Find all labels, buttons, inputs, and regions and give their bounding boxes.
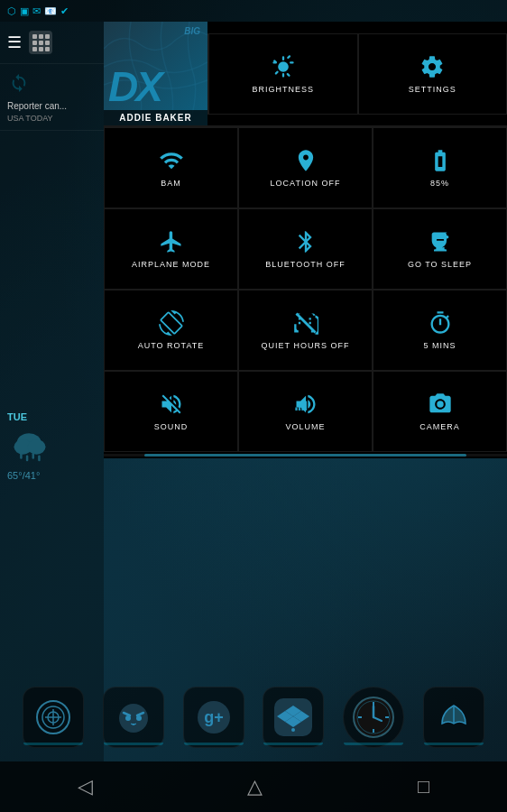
wifi-icon: [159, 148, 184, 173]
app-header: ☰: [0, 22, 104, 64]
grid-menu-button[interactable]: [29, 31, 52, 54]
navigation-bar: ◁ △ □: [0, 761, 507, 812]
dock-item-2-label: [104, 743, 163, 745]
bluetooth-icon: [293, 229, 318, 254]
svg-point-2: [28, 439, 46, 455]
sleep-label: GO TO SLEEP: [408, 260, 472, 269]
dock-item-6[interactable]: [423, 687, 484, 748]
svg-rect-6: [38, 456, 41, 462]
image-status-icon: ▣: [20, 5, 29, 17]
day-label: TUE: [7, 411, 27, 422]
bam-button[interactable]: BAM: [104, 127, 238, 208]
brightness-button[interactable]: BRIGHTNESS: [208, 33, 358, 115]
weather-widget: TUE 65°/41°: [0, 131, 104, 761]
quick-settings-panel: BIG DX ADDIE BAKER BRIGHTNESS SETTINGS: [104, 22, 507, 458]
svg-rect-8: [295, 408, 297, 411]
brightness-icon: [271, 54, 296, 79]
svg-rect-4: [26, 456, 29, 462]
camera-button[interactable]: CAMERA: [373, 371, 507, 452]
dock-item-5-label: [344, 743, 403, 745]
camera-icon: [428, 392, 453, 417]
svg-point-15: [119, 704, 148, 733]
svg-text:g+: g+: [204, 708, 224, 726]
avatar-label-bar: ADDIE BAKER: [104, 110, 207, 125]
airplane-mode-button[interactable]: AIRPLANE MODE: [104, 208, 238, 290]
news-widget: Reporter can... USA TODAY: [0, 93, 104, 131]
dock-item-4[interactable]: [263, 687, 324, 748]
svg-point-17: [136, 715, 142, 721]
dropbox-status-icon: ⬡: [7, 5, 16, 17]
svg-rect-11: [304, 401, 306, 411]
scroll-indicator: [104, 454, 507, 457]
bluetooth-button[interactable]: BLUETOOTH OFF: [238, 208, 373, 290]
timer-label: 5 MINS: [423, 341, 456, 350]
location-label: LOCATION OFF: [271, 179, 341, 188]
bam-label: BAM: [161, 179, 181, 188]
angry-icon: [115, 698, 152, 736]
battery-button[interactable]: 85%: [373, 127, 507, 208]
email-status-icon: 📧: [44, 5, 57, 17]
back-button[interactable]: ◁: [60, 768, 111, 806]
volume-button[interactable]: VOLUME: [238, 371, 373, 452]
svg-point-16: [125, 715, 131, 721]
refresh-icon: [9, 73, 29, 93]
home-button[interactable]: △: [229, 768, 281, 806]
sound-icon: [159, 392, 184, 417]
quiet-hours-button[interactable]: QUIET HOURS OFF: [238, 290, 373, 371]
battery-icon: [428, 148, 453, 173]
gmail-status-icon: ✉: [32, 5, 41, 17]
settings-label: SETTINGS: [409, 85, 456, 94]
dock-item-5[interactable]: [343, 687, 404, 748]
mupen-icon: [34, 698, 72, 736]
svg-point-21: [291, 728, 295, 732]
dock-row: g+: [0, 677, 507, 758]
dock-item-2[interactable]: [103, 687, 164, 748]
quiet-hours-label: QUIET HOURS OFF: [262, 341, 350, 350]
recents-button[interactable]: □: [400, 768, 447, 806]
location-button[interactable]: LOCATION OFF: [238, 127, 373, 208]
location-icon: [293, 148, 318, 173]
sleep-icon: [428, 229, 453, 254]
volume-icon: [293, 392, 318, 417]
news-headline: Reporter can...: [7, 100, 97, 112]
volume-label: VOLUME: [285, 422, 325, 431]
svg-rect-10: [301, 403, 303, 411]
svg-rect-3: [20, 453, 22, 459]
airplane-icon: [159, 229, 184, 254]
airplane-label: AIRPLANE MODE: [132, 260, 210, 269]
dock-item-4-label: [263, 743, 323, 745]
qs-grid: BAM LOCATION OFF 85% AIRPLANE MODE: [104, 126, 507, 452]
camera-label: CAMERA: [419, 422, 460, 431]
dock-item-3[interactable]: g+: [183, 687, 244, 748]
news-source: USA TODAY: [7, 114, 97, 123]
book-icon: [435, 698, 473, 736]
auto-rotate-label: AUTO ROTATE: [138, 341, 205, 350]
hamburger-menu-icon[interactable]: ☰: [7, 32, 22, 52]
rotate-icon: [159, 310, 184, 336]
dock-item-1-label: [23, 743, 83, 745]
weather-cloud-icon: [7, 426, 57, 466]
dock-item-6-label: [424, 743, 484, 745]
sound-label: SOUND: [154, 422, 189, 431]
user-header: BIG DX ADDIE BAKER BRIGHTNESS SETTINGS: [104, 22, 507, 126]
timer-button[interactable]: 5 MINS: [373, 290, 507, 371]
sound-button[interactable]: SOUND: [104, 371, 238, 452]
grid-dots-icon: [32, 34, 50, 51]
timer-icon: [428, 310, 453, 336]
auto-rotate-button[interactable]: AUTO ROTATE: [104, 290, 238, 371]
svg-rect-9: [298, 405, 300, 411]
svg-rect-5: [32, 453, 35, 459]
battery-label: 85%: [430, 179, 449, 188]
dock-item-1[interactable]: [23, 687, 84, 748]
user-avatar: BIG DX ADDIE BAKER: [104, 22, 207, 125]
bluetooth-label: BLUETOOTH OFF: [265, 260, 345, 269]
user-name: ADDIE BAKER: [109, 113, 202, 123]
temperature-label: 65°/41°: [7, 470, 40, 481]
shield-status-icon: ✔: [60, 5, 69, 17]
dock-item-3-label: [184, 743, 244, 745]
sleep-button[interactable]: GO TO SLEEP: [373, 208, 507, 290]
left-panel: ☰ Reporter can... USA TODAY TUE: [0, 22, 104, 761]
brightness-label: BRIGHTNESS: [252, 85, 314, 94]
clock-icon: [352, 696, 395, 739]
settings-button[interactable]: SETTINGS: [358, 33, 508, 115]
